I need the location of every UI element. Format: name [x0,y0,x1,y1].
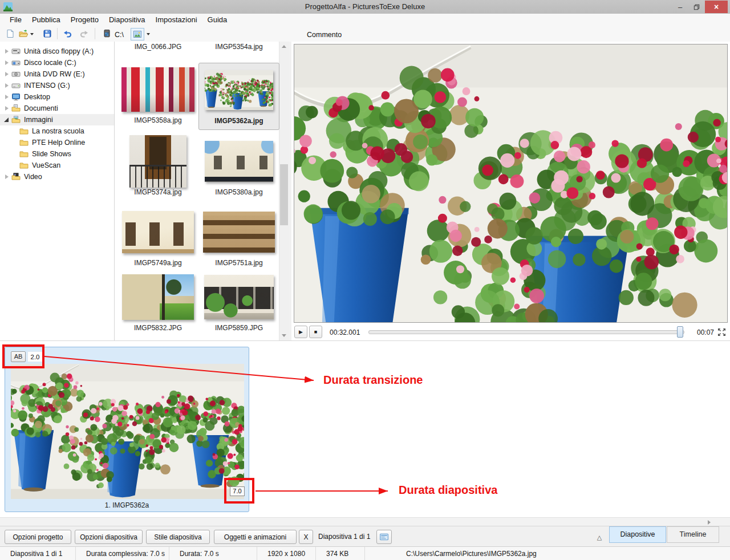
tree-expand-collapsed-icon[interactable] [3,104,11,112]
undo-icon[interactable] [63,29,72,38]
open-project-icon[interactable] [19,29,28,38]
transition-duration-value[interactable]: 2.0 [27,351,43,362]
tree-expand-collapsed-icon[interactable] [3,47,11,55]
thumbnail-label-partial[interactable]: IMG_0066.JPG [117,43,198,51]
bottom-toolbar: Opzioni progetto Opzioni diapositiva Sti… [0,526,730,546]
tab-diapositive[interactable]: Diapositive [609,526,666,543]
tree-expand-collapsed-icon[interactable] [3,70,11,78]
thumbnail-image [121,67,194,112]
computer-icon[interactable] [103,29,112,38]
thumbnail-filename: IMGP5380a.jpg [215,188,262,196]
thumbnails-scrollbar[interactable] [279,42,289,340]
window-controls: – × [672,0,728,14]
preview-image [294,44,728,323]
redo-icon[interactable] [79,29,88,38]
close-x-button[interactable]: X [299,530,313,544]
new-project-icon[interactable] [6,29,15,38]
scrollbar-thumb[interactable] [280,164,288,225]
thumbnail-imgp5749a-jpg[interactable]: IMGP5749a.jpg [117,205,198,273]
slide-item[interactable]: AB 2.0 7.0 1. IMGP5362a [5,347,249,512]
tree-item-unit-dvd-rw-e[interactable]: Unità DVD RW (E:) [0,68,114,80]
tree-item-label: Slide Shows [32,150,71,158]
menu-pubblica[interactable]: Pubblica [27,14,66,25]
thumbnail-imgp5751a-jpg[interactable]: IMGP5751a.jpg [198,205,279,273]
editor-view-button[interactable] [376,530,392,544]
tree-item-video[interactable]: Video [0,171,114,182]
status-segment-3: 1920 x 1080 [257,547,316,560]
slide-list-panel: AB 2.0 7.0 1. IMGP5362a [0,340,730,526]
thumbnail-image [205,141,273,182]
tree-item-intenso-g[interactable]: INTENSO (G:) [0,80,114,91]
slide-options-button[interactable]: Opzioni diapositiva [75,530,143,544]
scroll-down-button[interactable] [279,331,289,340]
save-icon[interactable] [43,29,52,38]
tree-expand-collapsed-icon[interactable] [3,59,11,67]
stop-button[interactable]: ■ [309,326,322,338]
thumbnail-imgp5374a-jpg[interactable]: IMGP5374a.jpg [117,135,198,202]
tree-item-disco-locale-c[interactable]: Disco locale (C:) [0,57,114,68]
fullscreen-icon[interactable] [717,327,727,337]
image-dropdown-caret[interactable] [147,33,150,35]
thumbnail-filename: IMGP5358a.jpg [134,116,181,124]
tab-timeline[interactable]: Timeline [667,526,719,543]
hard-disk-icon [11,58,21,67]
tree-item-label: Immagini [24,116,53,124]
tree-item-la-nostra-scuola[interactable]: La nostra scuola [0,125,114,137]
tree-expand-collapsed-icon[interactable] [3,82,11,90]
main-toolbar: C:\ Commento Cambia file imm... Aggiungi… [0,26,730,42]
open-dropdown-caret[interactable] [30,33,34,35]
tree-item-label: Desktop [24,93,50,101]
menu-diapositiva[interactable]: Diapositiva [104,14,151,25]
seek-slider-track[interactable] [368,330,684,334]
arrow-up-icon [282,45,286,48]
tree-item-label: INTENSO (G:) [24,82,70,90]
slide-style-button[interactable]: Stile diapositiva [146,530,210,544]
restore-button[interactable] [688,1,705,13]
close-button[interactable]: × [705,1,728,13]
tree-item-label: VueScan [32,161,60,169]
tree-item-label: PTE Help Online [32,139,85,147]
menu-bar: FilePubblicaProgettoDiapositivaImpostazi… [0,14,730,26]
tree-item-immagini[interactable]: Immagini [0,114,114,125]
tree-item-unit-disco-floppy-a[interactable]: Unità disco floppy (A:) [0,46,114,57]
tree-item-documenti[interactable]: Documenti [0,103,114,114]
tree-expand-expanded-icon[interactable] [3,116,11,124]
file-thumbnails-panel: IMG_0066.JPGIMGP5354a.jpgIMGP5358a.jpgIM… [115,42,289,340]
project-options-button[interactable]: Opzioni progetto [5,530,71,544]
tree-item-pte-help-online[interactable]: PTE Help Online [0,137,114,148]
thumbnail-filename: IMGP5374a.jpg [134,188,181,196]
transition-ab-button[interactable]: AB [11,351,26,362]
tree-item-desktop[interactable]: Desktop [0,91,114,103]
slides-horizontal-scrollbar[interactable] [0,517,730,526]
folder-icon [19,138,29,147]
minimize-button[interactable]: – [672,1,688,13]
menu-guida[interactable]: Guida [202,14,233,25]
thumbnail-imgp5859-jpg[interactable]: IMGP5859.JPG [198,270,279,338]
thumbnail-imgp5832-jpg[interactable]: IMGP5832.JPG [117,270,198,338]
tree-item-slide-shows[interactable]: Slide Shows [0,148,114,160]
tree-item-label: Disco locale (C:) [24,59,76,67]
slide-duration-value[interactable]: 7.0 [230,486,245,496]
tree-item-vuescan[interactable]: VueScan [0,160,114,171]
menu-file[interactable]: File [5,14,27,25]
seek-slider-thumb[interactable] [677,326,683,338]
thumbnail-imgp5380a-jpg[interactable]: IMGP5380a.jpg [198,135,279,202]
restore-icon [692,3,701,11]
image-tool-box[interactable] [131,28,144,40]
thumbnail-label-partial[interactable]: IMGP5354a.jpg [198,43,279,51]
tree-expand-collapsed-icon[interactable] [3,173,11,181]
menu-impostazioni[interactable]: Impostazioni [151,14,202,25]
tree-expand-collapsed-icon[interactable] [3,93,11,101]
status-segment-0: Diapositiva 1 di 1 [0,547,76,560]
menu-progetto[interactable]: Progetto [66,14,104,25]
thumbnail-image [204,275,274,319]
thumbnail-image [122,211,194,253]
collapse-panel-button[interactable]: △ [593,530,606,543]
thumbnail-imgp5362a-jpg[interactable]: IMGP5362a.jpg [198,63,279,130]
thumbnail-imgp5358a-jpg[interactable]: IMGP5358a.jpg [117,63,198,130]
objects-animations-button[interactable]: Oggetti e animazioni [214,530,297,544]
image-icon [133,30,142,39]
thumbnail-image [203,212,275,253]
scroll-up-button[interactable] [279,42,289,51]
play-button[interactable]: ▶ [294,326,307,338]
